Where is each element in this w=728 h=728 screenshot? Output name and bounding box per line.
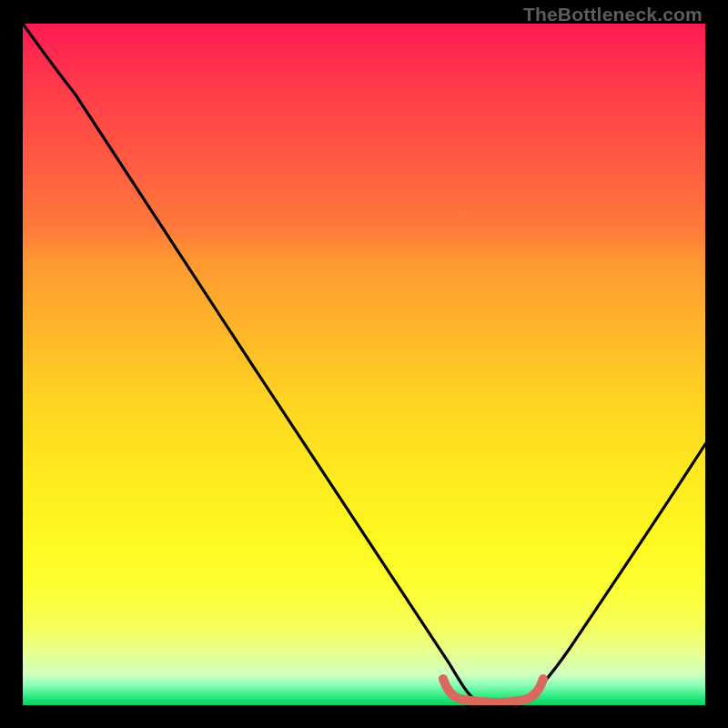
chart-svg xyxy=(23,24,705,705)
bottleneck-curve xyxy=(23,24,705,702)
watermark-text: TheBottleneck.com xyxy=(523,4,703,25)
chart-frame xyxy=(23,24,705,705)
optimal-range-marker xyxy=(443,679,543,703)
